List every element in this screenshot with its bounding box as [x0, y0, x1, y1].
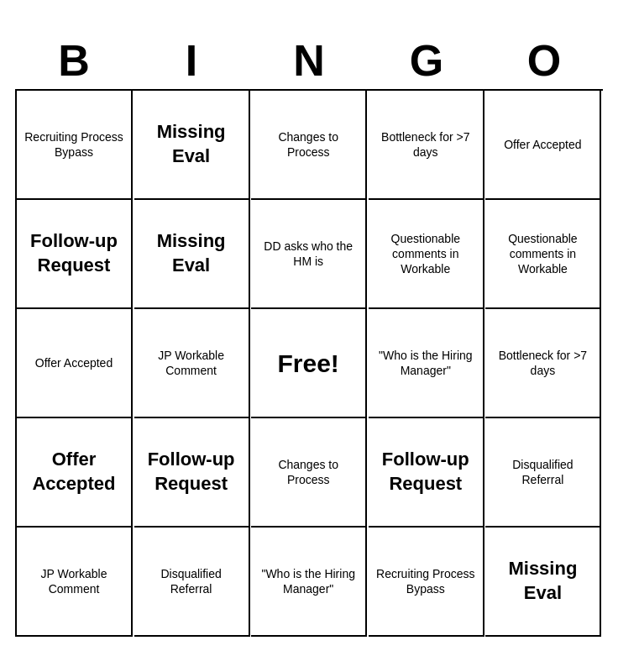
cell-3-0: Offer Accepted: [17, 418, 133, 528]
cell-0-1: Missing Eval: [134, 91, 250, 200]
cell-2-4: Bottleneck for >7 days: [485, 309, 601, 418]
bingo-letter-g: G: [372, 35, 481, 86]
cell-2-1: JP Workable Comment: [134, 309, 250, 418]
bingo-letter-b: B: [19, 35, 128, 86]
cell-4-3: Recruiting Process Bypass: [369, 528, 484, 637]
cell-2-3: "Who is the Hiring Manager": [369, 309, 484, 418]
cell-1-2: DD asks who the HM is: [251, 200, 367, 309]
cell-3-4: Disqualified Referral: [485, 418, 601, 528]
cell-1-1: Missing Eval: [134, 200, 250, 309]
cell-4-1: Disqualified Referral: [134, 528, 250, 637]
cell-2-2: Free!: [251, 309, 367, 418]
cell-4-0: JP Workable Comment: [17, 528, 133, 637]
cell-0-2: Changes to Process: [251, 91, 367, 200]
cell-1-3: Questionable comments in Workable: [369, 200, 484, 309]
cell-4-4: Missing Eval: [485, 528, 601, 637]
bingo-letter-i: I: [137, 35, 246, 86]
cell-1-4: Questionable comments in Workable: [485, 200, 601, 309]
cell-3-2: Changes to Process: [251, 418, 367, 528]
cell-2-0: Offer Accepted: [17, 309, 133, 418]
cell-3-3: Follow-up Request: [369, 418, 484, 528]
bingo-card: BINGO Recruiting Process BypassMissing E…: [7, 27, 611, 645]
cell-3-1: Follow-up Request: [134, 418, 250, 528]
cell-1-0: Follow-up Request: [17, 200, 133, 309]
cell-4-2: "Who is the Hiring Manager": [251, 528, 367, 637]
bingo-letter-n: N: [254, 35, 364, 86]
cell-0-4: Offer Accepted: [485, 91, 601, 200]
bingo-header: BINGO: [15, 35, 603, 86]
bingo-grid: Recruiting Process BypassMissing EvalCha…: [15, 89, 603, 637]
bingo-letter-o: O: [490, 35, 599, 86]
cell-0-0: Recruiting Process Bypass: [17, 91, 133, 200]
cell-0-3: Bottleneck for >7 days: [369, 91, 484, 200]
